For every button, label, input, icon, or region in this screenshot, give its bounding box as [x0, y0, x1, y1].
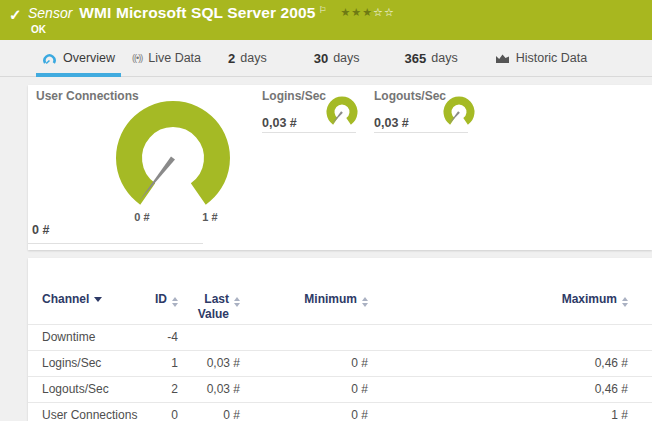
gauge-value: 0,03 #	[374, 116, 409, 130]
channel-name[interactable]: Logins/Sec	[28, 350, 138, 376]
channel-minimum: 0 #	[240, 402, 368, 421]
channel-id: 0	[138, 402, 178, 421]
gauges-panel: User Connections 0 # 1 # 0 # Logins/Sec …	[28, 85, 652, 250]
channel-id: -4	[138, 324, 178, 350]
channel-maximum: 0,46 #	[368, 350, 652, 376]
divider	[262, 132, 356, 133]
channel-name[interactable]: Downtime	[28, 324, 138, 350]
gauge-max-label: 1 #	[202, 211, 217, 223]
historic-chart-icon	[495, 52, 510, 64]
priority-stars[interactable]: ★★★☆☆	[341, 6, 395, 19]
tab-365-days[interactable]: 365 days	[405, 40, 458, 77]
channel-table-panel: Channel ID Last Value Minimum Maximum Do…	[28, 258, 652, 421]
tab-label: Historic Data	[516, 51, 588, 65]
tab-number: 2	[228, 51, 235, 66]
table-row[interactable]: Downtime -4	[28, 324, 652, 350]
channel-name[interactable]: User Connections	[28, 402, 138, 421]
logins-gauge	[320, 94, 364, 134]
channel-maximum	[368, 324, 652, 350]
channel-maximum: 1 #	[368, 402, 652, 421]
sorted-desc-icon	[94, 297, 102, 302]
primary-gauge-value: 0 #	[32, 223, 49, 237]
gauge-title: Logouts/Sec	[374, 89, 446, 103]
column-header-minimum[interactable]: Minimum	[240, 284, 368, 324]
tab-30-days[interactable]: 30 days	[314, 40, 360, 77]
channel-last-value: 0 #	[178, 402, 240, 421]
flag-icon: ⚐	[318, 5, 326, 15]
sort-icon	[622, 297, 628, 307]
tab-number: 365	[405, 51, 427, 66]
tab-bar: Overview ((•)) Live Data 2 days 30 days …	[0, 40, 652, 77]
sort-icon	[172, 297, 178, 307]
channel-minimum: 0 #	[240, 350, 368, 376]
tab-live-data[interactable]: ((•)) Live Data	[132, 40, 201, 77]
column-label: Last Value	[189, 292, 229, 322]
column-label: Minimum	[304, 292, 357, 306]
channel-last-value: 0,03 #	[178, 376, 240, 402]
channel-table: Channel ID Last Value Minimum Maximum Do…	[28, 284, 652, 421]
gauge-min-label: 0 #	[134, 211, 149, 223]
divider	[28, 243, 203, 244]
sensor-kind-label: Sensor	[28, 5, 72, 21]
column-header-maximum[interactable]: Maximum	[368, 284, 652, 324]
prtg-sensor-page: ✓ Sensor WMI Microsoft SQL Server 2005 ⚐…	[0, 0, 652, 421]
gauge-value: 0,03 #	[262, 116, 297, 130]
tab-2-days[interactable]: 2 days	[228, 40, 267, 77]
channel-minimum: 0 #	[240, 376, 368, 402]
tab-label: days	[240, 51, 266, 65]
user-connections-gauge: 0 # 1 #	[98, 88, 248, 238]
gauge-title: Logins/Sec	[262, 89, 326, 103]
sort-icon	[362, 297, 368, 307]
sensor-title: WMI Microsoft SQL Server 2005	[79, 4, 315, 22]
tab-label: days	[431, 51, 457, 65]
column-label: Channel	[42, 292, 89, 306]
column-label: ID	[155, 292, 167, 306]
tab-label: Live Data	[148, 51, 201, 65]
sensor-header: ✓ Sensor WMI Microsoft SQL Server 2005 ⚐…	[0, 0, 652, 40]
column-label: Maximum	[562, 292, 617, 306]
live-signal-icon: ((•))	[132, 53, 142, 63]
sensor-status-badge: OK	[31, 24, 46, 35]
tab-historic-data[interactable]: Historic Data	[495, 40, 588, 77]
table-row[interactable]: User Connections 0 0 # 0 # 1 #	[28, 402, 652, 421]
logouts-gauge	[437, 94, 481, 134]
column-header-last-value[interactable]: Last Value	[178, 284, 240, 324]
divider	[374, 132, 468, 133]
column-header-channel[interactable]: Channel	[28, 284, 138, 324]
channel-id: 1	[138, 350, 178, 376]
column-header-id[interactable]: ID	[138, 284, 178, 324]
channel-last-value	[178, 324, 240, 350]
tab-label: days	[333, 51, 359, 65]
channel-minimum	[240, 324, 368, 350]
table-header-row: Channel ID Last Value Minimum Maximum	[28, 284, 652, 324]
channel-last-value: 0,03 #	[178, 350, 240, 376]
channel-name[interactable]: Logouts/Sec	[28, 376, 138, 402]
gauge-icon	[42, 52, 57, 65]
stars-filled[interactable]: ★★★	[341, 6, 374, 18]
sort-icon	[234, 297, 240, 307]
table-row[interactable]: Logins/Sec 1 0,03 # 0 # 0,46 #	[28, 350, 652, 376]
status-ok-check-icon: ✓	[9, 6, 22, 24]
table-row[interactable]: Logouts/Sec 2 0,03 # 0 # 0,46 #	[28, 376, 652, 402]
channel-id: 2	[138, 376, 178, 402]
stars-empty[interactable]: ☆☆	[373, 6, 395, 18]
tab-label: Overview	[63, 51, 115, 65]
tab-overview[interactable]: Overview	[42, 40, 115, 77]
channel-maximum: 0,46 #	[368, 376, 652, 402]
tab-number: 30	[314, 51, 328, 66]
